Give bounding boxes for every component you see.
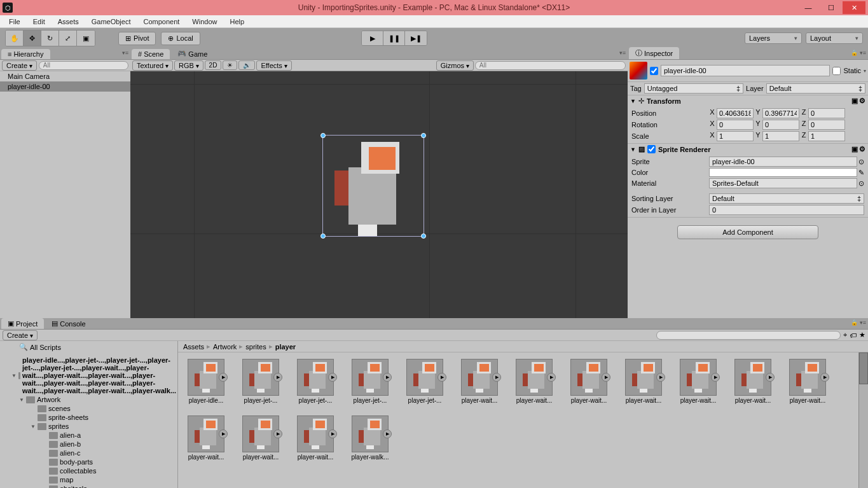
play-icon[interactable]: ▶ [711,373,720,382]
object-name-field[interactable] [661,65,830,76]
asset-item[interactable]: ▶player-wait... [184,415,228,461]
project-create-button[interactable]: Create ▾ [3,330,38,340]
tree-item[interactable]: map [0,475,177,484]
play-icon[interactable]: ▶ [328,373,337,382]
breadcrumb-item[interactable]: player [275,343,296,351]
breadcrumb-item[interactable]: sprites [245,343,266,351]
help-icon[interactable]: ▣ [851,97,858,105]
play-icon[interactable]: ▶ [766,373,775,382]
step-button[interactable]: ▶❚ [405,31,427,45]
shading-dropdown[interactable]: Textured ▾ [132,60,173,71]
scale-x[interactable] [717,131,754,141]
search-filter-icon[interactable]: 🏷 [850,331,857,339]
asset-item[interactable]: ▶player-wait... [622,359,665,404]
panel-menu-icon[interactable]: 🔒 ▾≡ [851,319,866,326]
tree-item[interactable]: ▼sprites [0,422,177,431]
scale-tool[interactable]: ⤢ [59,31,77,46]
foldout-icon[interactable]: ▼ [630,146,636,153]
project-search[interactable] [656,331,841,340]
panel-menu-icon[interactable]: 🔒 ▾≡ [851,50,866,56]
play-icon[interactable]: ▶ [437,373,446,382]
layout-dropdown[interactable]: Layout [806,32,863,44]
object-picker-icon[interactable]: ⊙ [858,158,864,166]
asset-item[interactable]: ▶player-jet-... [294,359,337,404]
sprite-selection-outline[interactable] [322,135,424,237]
position-z[interactable] [808,108,845,118]
gear-icon[interactable]: ⚙ [859,145,865,153]
breadcrumb-item[interactable]: Artwork [213,343,237,351]
foldout-icon[interactable]: ▼ [630,98,636,104]
eyedropper-icon[interactable]: ✎ [858,169,864,177]
play-icon[interactable]: ▶ [383,429,392,438]
tree-item[interactable]: alien-c [0,449,177,457]
play-button[interactable]: ▶ [362,31,383,45]
play-icon[interactable]: ▶ [273,373,282,382]
hierarchy-search[interactable] [39,61,128,70]
object-picker-icon[interactable]: ⊙ [858,179,864,188]
light-toggle[interactable]: ☀ [223,60,237,70]
gizmos-dropdown[interactable]: Gizmos ▾ [436,60,474,71]
2d-toggle[interactable]: 2D [205,60,222,70]
scene-tab[interactable]: # Scene [132,49,170,59]
asset-item[interactable]: ▶player-wait... [786,359,829,404]
breadcrumb-item[interactable]: Assets [183,343,204,351]
asset-item[interactable]: ▶player-jet-... [348,359,392,404]
save-search-icon[interactable]: ★ [859,331,865,339]
asset-item[interactable]: ▶player-wait... [567,359,610,404]
scene-search[interactable] [475,61,626,70]
local-toggle[interactable]: ⊕Local [161,32,200,45]
asset-item[interactable]: ▶player-wait... [677,359,720,404]
resize-handle[interactable] [320,234,326,239]
play-icon[interactable]: ▶ [820,373,829,382]
hand-tool[interactable]: ✋ [6,31,24,46]
pivot-toggle[interactable]: ⊞Pivot [118,32,156,45]
console-tab[interactable]: ▤ Console [45,318,92,329]
hierarchy-tab[interactable]: ≡ Hierarchy [1,49,50,59]
tree-item[interactable]: collectables [0,466,177,475]
asset-item[interactable]: ▶player-walk... [348,415,392,461]
audio-toggle[interactable]: 🔊 [238,60,255,70]
maximize-button[interactable]: ☐ [820,1,843,14]
sprite-field[interactable] [709,157,857,167]
layer-dropdown[interactable]: Default ‡ [766,83,865,94]
menu-help[interactable]: Help [223,17,251,27]
tree-item[interactable]: obsitacls [0,484,177,488]
tree-item[interactable]: alien-a [0,431,177,440]
tree-item[interactable]: body-parts [0,457,177,466]
tree-item[interactable]: 🔍All Scripts [0,342,177,352]
project-tab[interactable]: ▣ Project [1,318,44,329]
hierarchy-item[interactable]: Main Camera [0,71,130,81]
menu-gameobject[interactable]: GameObject [85,17,137,27]
color-field[interactable] [709,168,857,177]
rotate-tool[interactable]: ↻ [41,31,59,46]
static-checkbox[interactable] [832,67,841,75]
scrollbar-thumb[interactable] [859,352,868,384]
active-checkbox[interactable] [650,67,658,75]
tree-item[interactable]: ▼Artwork [0,395,177,404]
play-icon[interactable]: ▶ [219,429,228,438]
inspector-tab[interactable]: ⓘ Inspector [629,47,679,59]
asset-item[interactable]: ▶player-wait... [239,415,282,461]
tree-item[interactable]: alien-b [0,440,177,449]
asset-item[interactable]: ▶player-wait... [458,359,501,404]
tag-dropdown[interactable]: Untagged ‡ [644,83,743,94]
play-icon[interactable]: ▶ [219,373,228,382]
tree-item[interactable]: scenes [0,404,177,413]
position-y[interactable] [762,108,799,118]
add-component-button[interactable]: Add Component [677,225,818,239]
asset-item[interactable]: ▶player-wait... [731,359,775,404]
static-dropdown-icon[interactable]: ▾ [864,68,866,74]
menu-file[interactable]: File [3,17,27,27]
asset-item[interactable]: ▶player-wait... [294,415,337,461]
menu-component[interactable]: Component [137,17,186,27]
hierarchy-create-button[interactable]: Create ▾ [2,60,37,71]
scrollbar[interactable] [858,352,868,488]
menu-assets[interactable]: Assets [52,17,85,27]
asset-item[interactable]: ▶player-jet-... [239,359,282,404]
rect-tool[interactable]: ▣ [77,31,95,46]
pause-button[interactable]: ❚❚ [383,31,405,45]
order-in-layer-field[interactable] [709,205,864,215]
close-button[interactable]: ✕ [843,1,865,14]
panel-menu-icon[interactable]: ▾≡ [122,50,128,56]
tree-item-assets[interactable]: ▼player-idle...,player-jet-...,player-je… [0,356,177,395]
